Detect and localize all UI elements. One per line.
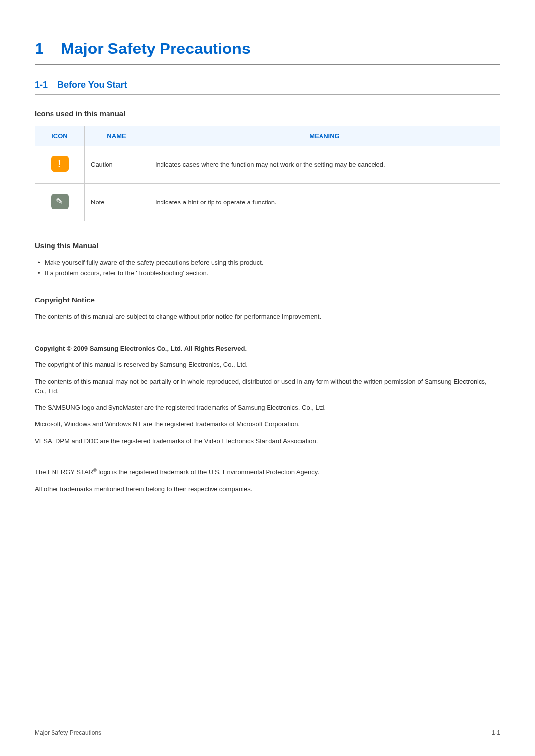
caution-icon bbox=[51, 156, 69, 172]
copyright-p6b: logo is the registered trademark of the … bbox=[97, 468, 319, 476]
table-row: Note Indicates a hint or tip to operate … bbox=[35, 184, 500, 221]
th-icon: ICON bbox=[35, 126, 85, 146]
section-title-text: Before You Start bbox=[57, 80, 127, 90]
th-name: NAME bbox=[85, 126, 149, 146]
th-meaning: MEANING bbox=[149, 126, 500, 146]
section-number: 1-1 bbox=[35, 80, 48, 90]
list-item: Make yourself fully aware of the safety … bbox=[35, 257, 500, 268]
chapter-title-text: Major Safety Precautions bbox=[61, 40, 250, 57]
copyright-p6a: The ENERGY STAR bbox=[35, 468, 93, 476]
copyright-p3: The SAMSUNG logo and SyncMaster are the … bbox=[35, 403, 500, 413]
registered-mark: ® bbox=[93, 468, 97, 473]
copyright-p7: All other trademarks mentioned herein be… bbox=[35, 484, 500, 494]
using-manual-heading: Using this Manual bbox=[35, 241, 500, 250]
table-row: Caution Indicates cases where the functi… bbox=[35, 146, 500, 184]
copyright-p2: The contents of this manual may not be p… bbox=[35, 377, 500, 396]
td-name: Note bbox=[85, 184, 149, 221]
list-item: If a problem occurs, refer to the 'Troub… bbox=[35, 268, 500, 278]
copyright-p6: The ENERGY STAR® logo is the registered … bbox=[35, 467, 500, 477]
section-title: 1-1 Before You Start bbox=[35, 80, 500, 95]
copyright-heading: Copyright Notice bbox=[35, 296, 500, 304]
using-manual-list: Make yourself fully aware of the safety … bbox=[35, 257, 500, 278]
note-icon bbox=[51, 194, 69, 209]
icons-table: ICON NAME MEANING Caution Indicates case… bbox=[35, 126, 500, 221]
td-name: Caution bbox=[85, 146, 149, 184]
icon-cell-caution bbox=[35, 146, 85, 184]
copyright-p4: Microsoft, Windows and Windows NT are th… bbox=[35, 419, 500, 429]
copyright-bold-text: Copyright © 2009 Samsung Electronics Co.… bbox=[35, 345, 247, 352]
td-meaning: Indicates a hint or tip to operate a fun… bbox=[149, 184, 500, 221]
copyright-p1: The copyright of this manual is reserved… bbox=[35, 360, 500, 370]
copyright-p5: VESA, DPM and DDC are the registered tra… bbox=[35, 436, 500, 446]
copyright-intro: The contents of this manual are subject … bbox=[35, 312, 500, 322]
chapter-title: 1 Major Safety Precautions bbox=[35, 40, 500, 65]
chapter-number: 1 bbox=[35, 40, 44, 57]
copyright-bold-line: Copyright © 2009 Samsung Electronics Co.… bbox=[35, 344, 500, 353]
footer-left: Major Safety Precautions bbox=[35, 729, 101, 736]
page-footer: Major Safety Precautions 1-1 bbox=[35, 724, 500, 736]
td-meaning: Indicates cases where the function may n… bbox=[149, 146, 500, 184]
icon-cell-note bbox=[35, 184, 85, 221]
footer-right: 1-1 bbox=[492, 729, 500, 736]
icons-heading: Icons used in this manual bbox=[35, 109, 500, 118]
